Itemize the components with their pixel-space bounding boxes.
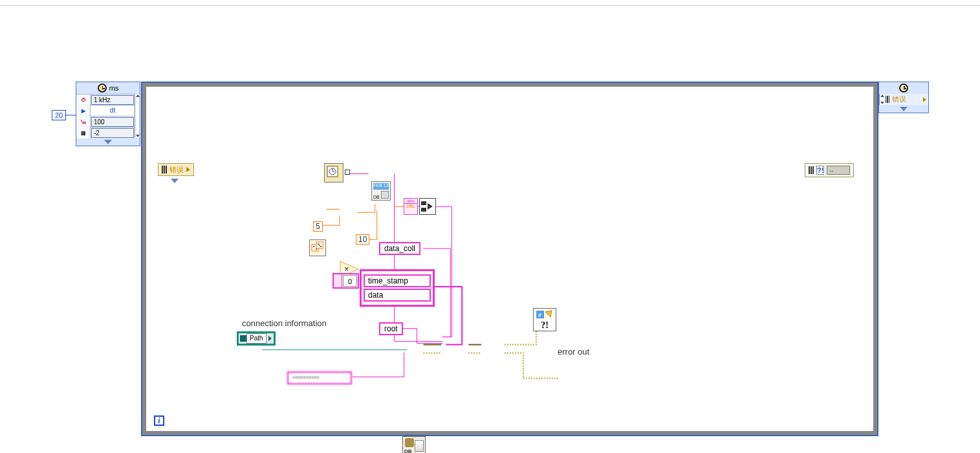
svg-rect-15 (421, 201, 426, 205)
loop-header-right (879, 82, 928, 94)
db-open-vi[interactable]: DB (402, 436, 426, 453)
number-to-string-vi[interactable]: abc DBL (404, 198, 418, 215)
processor-icon: ▦ (76, 127, 91, 138)
expand-down-icon[interactable] (171, 179, 179, 183)
expand-down-icon[interactable] (900, 107, 908, 111)
expand-down-icon[interactable] (104, 140, 112, 144)
error-query-glyph: ?! (533, 320, 556, 331)
period-constant[interactable]: 20 (52, 110, 66, 120)
chevron-up-icon (136, 94, 140, 97)
case-selector-tunnel[interactable]: ?! -- (805, 163, 854, 177)
timed-loop-left-node[interactable]: ms ⏱ 1 kHz ▶ dt ³₂₁ 100 ▦ -2 (76, 82, 140, 146)
folder-icon (240, 335, 246, 342)
timed-loop-frame[interactable]: 错误 FEB 12 DB (141, 82, 878, 436)
cluster-constant[interactable]: time_stamp data (360, 269, 435, 307)
iteration-terminal[interactable]: i (154, 415, 164, 426)
priority-icon: ³₂₁ (76, 116, 91, 127)
cfg-scroll[interactable] (135, 94, 140, 138)
error-wire-icon (162, 166, 167, 173)
mini-grid-icon (381, 191, 389, 199)
random-number-vi[interactable] (309, 239, 326, 256)
loop-drawing-area[interactable]: 错误 FEB 12 DB (142, 83, 877, 435)
feb-label: FEB 12 (373, 183, 389, 190)
svg-text:×: × (344, 264, 349, 274)
error-in-label: 错误 (169, 165, 184, 175)
password-constant[interactable]: •••••••••• (287, 371, 352, 384)
svg-point-10 (319, 245, 320, 246)
error-out-label: error out (558, 347, 589, 357)
path-control[interactable]: Path (237, 331, 276, 346)
string-constant-root[interactable]: root (379, 322, 403, 335)
wires-overlay (146, 87, 873, 434)
arrow-right-icon (268, 336, 272, 341)
loop-rate-field[interactable]: 1 kHz (91, 95, 134, 105)
clock-icon (899, 83, 908, 93)
dt-icon: ▶ (76, 105, 91, 116)
processor-field[interactable]: -2 (91, 128, 134, 138)
path-text[interactable]: Path (246, 333, 267, 344)
priority-field[interactable]: 100 (91, 117, 134, 127)
cluster-item-data[interactable]: data (364, 289, 431, 302)
svg-marker-20 (545, 311, 552, 317)
dt-label[interactable]: dt (91, 106, 134, 116)
cfg-scroll-right[interactable] (879, 94, 884, 105)
timed-loop-right-node[interactable]: 错误 (878, 82, 929, 113)
svg-text:#: # (538, 312, 541, 318)
chevron-down-icon (136, 135, 140, 137)
selector-q-icon: ?! (816, 166, 824, 175)
arrow-right-icon (923, 97, 926, 102)
clock-icon (98, 83, 107, 93)
cluster-item-time-stamp[interactable]: time_stamp (364, 274, 431, 287)
block-diagram-canvas[interactable]: 20 ms ⏱ 1 kHz ▶ dt ³₂₁ 100 (0, 12, 980, 445)
output-terminal (345, 170, 350, 175)
array-index-value[interactable]: 0 (343, 275, 357, 287)
get-datetime-vi[interactable] (324, 163, 343, 182)
numeric-constant-5[interactable]: 5 (313, 221, 323, 232)
format-datetime-vi[interactable]: FEB 12 DB (371, 181, 391, 201)
loop-header: ms (76, 82, 140, 94)
selector-value-box[interactable]: -- (827, 166, 850, 175)
arrow-right-icon (186, 167, 190, 172)
svg-rect-16 (421, 208, 426, 212)
svg-point-5 (313, 246, 314, 247)
loop-unit-label: ms (109, 84, 119, 92)
svg-marker-17 (428, 203, 433, 210)
numeric-constant-10[interactable]: 10 (356, 234, 369, 245)
svg-point-8 (318, 243, 319, 245)
array-index-control[interactable]: 0 (332, 273, 359, 289)
error-out-right-label: 错误 (891, 94, 923, 104)
svg-point-9 (320, 246, 321, 247)
error-in-tunnel[interactable]: 错误 (158, 163, 194, 176)
connection-info-label: connection information (242, 318, 327, 328)
concat-string-vi[interactable] (419, 198, 436, 215)
timer-source-icon: ⏱ (76, 94, 91, 105)
db-label: DB (373, 195, 380, 199)
page-divider (0, 5, 980, 6)
string-constant-data-coll[interactable]: data_coll (379, 242, 420, 255)
